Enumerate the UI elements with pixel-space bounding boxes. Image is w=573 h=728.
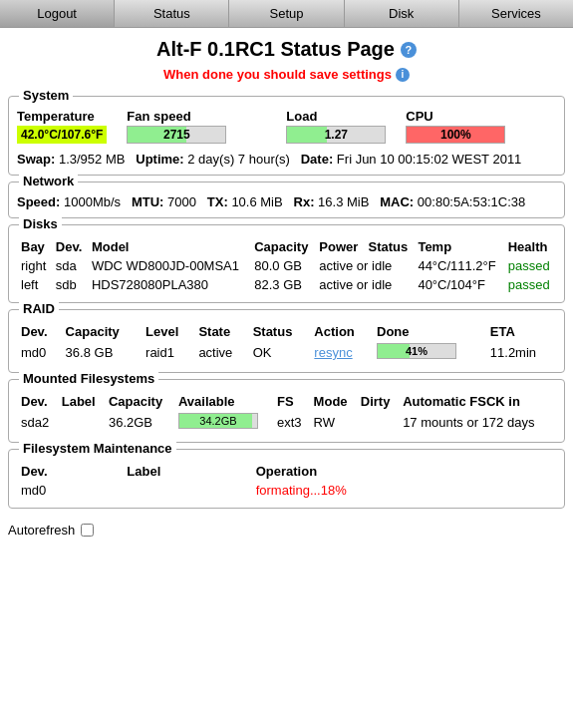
mounted-fs-section: Mounted Filesystems Dev. Label Capacity …: [8, 379, 565, 443]
fm-col-dev: Dev.: [17, 462, 123, 481]
fm-col-label: Label: [123, 462, 251, 481]
save-notice: When done you should save settings i: [0, 65, 573, 90]
temperature-metric: Temperature 42.0°C/107.6°F: [17, 109, 107, 144]
load-label: Load: [286, 109, 386, 124]
disk-power: active or idle: [315, 256, 414, 275]
disk-dev: sdb: [52, 275, 88, 294]
disks-header-row: Bay Dev. Model Capacity Power Status Tem…: [17, 237, 556, 256]
available-bar-text: 34.2GB: [179, 414, 257, 428]
disk-bay: left: [17, 275, 52, 294]
cpu-bar-text: 100%: [407, 127, 504, 143]
fan-speed-bar-text: 2715: [128, 127, 225, 143]
disks-table: Bay Dev. Model Capacity Power Status Tem…: [17, 237, 556, 294]
raid-capacity: 36.8 GB: [62, 341, 142, 364]
table-row: md0 formating...18%: [17, 481, 556, 500]
mtu-label: MTU:: [132, 194, 164, 209]
help-icon[interactable]: ?: [401, 42, 417, 58]
fan-speed-bar: 2715: [127, 126, 226, 144]
speed-label: Speed:: [17, 194, 60, 209]
fs-col-dirty: Dirty: [357, 392, 399, 411]
fs-mode: RW: [310, 411, 357, 434]
system-metrics-row: Temperature 42.0°C/107.6°F Fan speed 271…: [17, 109, 556, 144]
raid-col-capacity: Capacity: [62, 322, 142, 341]
disks-col-bay: Bay: [17, 237, 52, 256]
system-details-row: Swap: 1.3/952 MB Uptime: 2 day(s) 7 hour…: [17, 152, 556, 167]
load-bar-text: 1.27: [287, 127, 385, 143]
load-bar: 1.27: [286, 126, 386, 144]
fs-dev: sda2: [17, 411, 58, 434]
raid-eta: 11.2min: [486, 341, 556, 364]
fs-col-mode: Mode: [310, 392, 357, 411]
network-section: Network Speed: 1000Mb/s MTU: 7000 TX: 10…: [8, 182, 565, 218]
raid-col-done: Done: [373, 322, 486, 341]
fan-speed-metric: Fan speed 2715: [127, 109, 226, 144]
save-info-icon[interactable]: i: [396, 68, 410, 82]
disk-health: passed: [504, 256, 556, 275]
mac-label: MAC:: [380, 194, 414, 209]
date-value: Fri Jun 10 00:15:02 WEST 2011: [337, 152, 521, 167]
nav-logout[interactable]: Logout: [0, 0, 115, 27]
temperature-value: 42.0°C/107.6°F: [17, 126, 107, 144]
raid-state: active: [194, 341, 248, 364]
disks-col-health: Health: [504, 237, 556, 256]
disk-power: active or idle: [315, 275, 414, 294]
nav-services[interactable]: Services: [459, 0, 573, 27]
table-row: sda2 36.2GB 34.2GB ext3 RW 17 mounts or …: [17, 411, 556, 434]
disk-temp: 40°C/104°F: [414, 275, 503, 294]
nav-status[interactable]: Status: [115, 0, 229, 27]
filesystem-maintenance-title: Filesystem Maintenance: [19, 441, 176, 456]
mtu-value: 7000: [167, 194, 196, 209]
fs-dirty: [357, 411, 399, 434]
date-label: Date:: [301, 152, 334, 167]
system-section-title: System: [19, 88, 73, 103]
disks-col-status: Status: [364, 237, 414, 256]
disks-section: Disks Bay Dev. Model Capacity Power Stat…: [8, 224, 565, 303]
disk-capacity: 82.3 GB: [250, 275, 315, 294]
disk-health: passed: [504, 275, 556, 294]
cpu-label: CPU: [406, 109, 505, 124]
fs-label: [58, 411, 105, 434]
raid-done: 41%: [373, 341, 486, 364]
table-row: md0 36.8 GB raid1 active OK resync 41% 1…: [17, 341, 556, 364]
fs-table: Dev. Label Capacity Available FS Mode Di…: [17, 392, 556, 434]
raid-action[interactable]: resync: [310, 341, 373, 364]
nav-setup[interactable]: Setup: [229, 0, 344, 27]
fs-header-row: Dev. Label Capacity Available FS Mode Di…: [17, 392, 556, 411]
fs-fsck: 17 mounts or 172 days: [399, 411, 556, 434]
top-navigation[interactable]: Logout Status Setup Disk Services: [0, 0, 573, 28]
autorefresh-label: Autorefresh: [8, 523, 75, 538]
fan-speed-label: Fan speed: [127, 109, 226, 124]
disk-capacity: 80.0 GB: [250, 256, 315, 275]
fm-dev: md0: [17, 481, 123, 500]
raid-section-title: RAID: [19, 301, 59, 316]
raid-progress-bar: 41%: [377, 343, 456, 359]
fs-col-dev: Dev.: [17, 392, 58, 411]
raid-col-dev: Dev.: [17, 322, 62, 341]
nav-disk[interactable]: Disk: [345, 0, 459, 27]
autorefresh-checkbox[interactable]: [81, 524, 94, 537]
raid-col-status: Status: [249, 322, 311, 341]
available-bar: 34.2GB: [178, 413, 258, 429]
fm-operation: formating...18%: [252, 481, 556, 500]
system-section: System Temperature 42.0°C/107.6°F Fan sp…: [8, 96, 565, 176]
raid-col-state: State: [194, 322, 248, 341]
raid-col-eta: ETA: [486, 322, 556, 341]
rx-label: Rx:: [294, 194, 315, 209]
page-title: Alt-F 0.1RC1 Status Page ?: [156, 38, 417, 61]
raid-section: RAID Dev. Capacity Level State Status Ac…: [8, 309, 565, 373]
disks-col-dev: Dev.: [52, 237, 88, 256]
fs-col-capacity: Capacity: [105, 392, 174, 411]
network-details: Speed: 1000Mb/s MTU: 7000 TX: 10.6 MiB R…: [17, 194, 556, 209]
disks-col-model: Model: [88, 237, 250, 256]
raid-table: Dev. Capacity Level State Status Action …: [17, 322, 556, 364]
disks-col-power: Power: [315, 237, 364, 256]
fs-col-label: Label: [58, 392, 105, 411]
raid-header-row: Dev. Capacity Level State Status Action …: [17, 322, 556, 341]
fs-col-fs: FS: [273, 392, 310, 411]
cpu-metric: CPU 100%: [406, 109, 505, 144]
fm-col-operation: Operation: [252, 462, 556, 481]
fs-col-available: Available: [174, 392, 273, 411]
disks-col-capacity: Capacity: [250, 237, 315, 256]
fm-header-row: Dev. Label Operation: [17, 462, 556, 481]
uptime-label: Uptime:: [136, 152, 183, 167]
